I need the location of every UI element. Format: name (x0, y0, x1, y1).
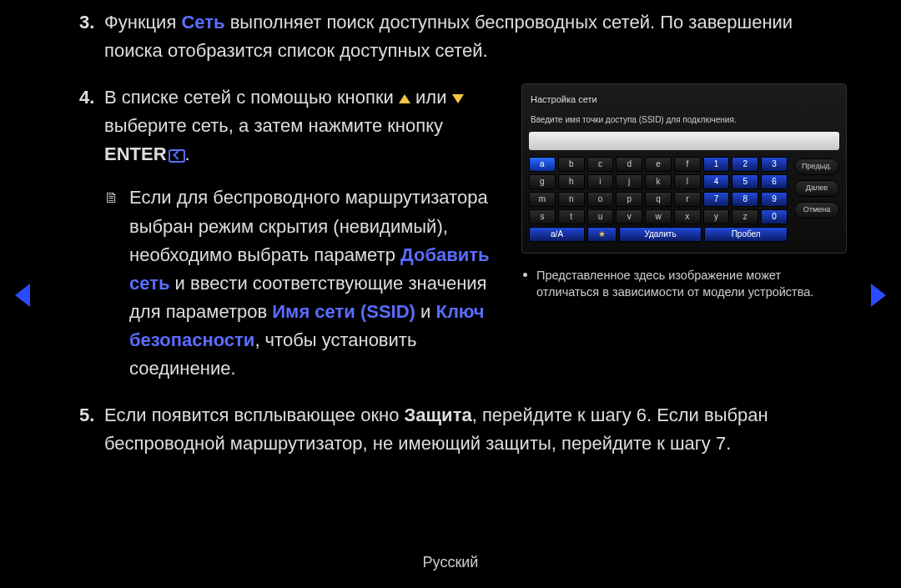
step-4-dot: . (185, 143, 190, 164)
key-6[interactable]: 6 (761, 174, 788, 189)
key-8[interactable]: 8 (732, 192, 758, 207)
caption-text: Представленное здесь изображение может о… (536, 269, 813, 299)
bullet-icon (523, 273, 527, 277)
osk-input-field[interactable] (529, 132, 839, 150)
step-4-text-b: или (410, 87, 452, 108)
key-star[interactable]: ★ (587, 227, 617, 242)
step-5-p1: Если появится всплывающее окно (104, 405, 405, 425)
key-k[interactable]: k (645, 174, 672, 189)
key-j[interactable]: j (616, 174, 642, 189)
footer-language: Русский (0, 554, 901, 571)
step-5: 5. Если появится всплывающее окно Защита… (79, 401, 847, 458)
key-t[interactable]: t (558, 209, 585, 224)
image-caption: Представленное здесь изображение может о… (521, 267, 847, 301)
key-g[interactable]: g (529, 174, 556, 189)
key-y[interactable]: y (703, 209, 730, 224)
key-a[interactable]: a (529, 157, 556, 172)
key-7[interactable]: 7 (703, 192, 730, 207)
step-3-text-a: Функция (104, 12, 181, 33)
key-3[interactable]: 3 (761, 157, 788, 172)
step-3-num: 3. (79, 8, 94, 37)
key-x[interactable]: x (674, 209, 701, 224)
nav-prev-arrow[interactable] (15, 284, 30, 307)
key-q[interactable]: q (645, 192, 672, 207)
key-p[interactable]: p (616, 192, 642, 207)
key-w[interactable]: w (645, 209, 672, 224)
key-r[interactable]: r (674, 192, 701, 207)
key-b[interactable]: b (558, 157, 585, 172)
osk-cancel-button[interactable]: Отмена (794, 202, 839, 219)
note-icon: 🗎 (104, 187, 119, 210)
key-i[interactable]: i (587, 174, 614, 189)
step-5-h1: Защита (405, 405, 472, 425)
osk-panel: Настройка сети Введите имя точки доступа… (521, 83, 847, 254)
step-4-text-c: выберите сеть, а затем нажмите кнопку (104, 115, 443, 136)
key-1[interactable]: 1 (703, 157, 730, 172)
key-o[interactable]: o (587, 192, 614, 207)
osk-title: Настройка сети (531, 93, 839, 107)
key-4[interactable]: 4 (703, 174, 730, 189)
osk-hint: Введите имя точки доступа (SSID) для под… (531, 113, 838, 127)
key-2[interactable]: 2 (732, 157, 758, 172)
key-d[interactable]: d (616, 157, 642, 172)
step-3-highlight: Сеть (181, 12, 224, 33)
key-s[interactable]: s (529, 209, 556, 224)
key-m[interactable]: m (529, 192, 556, 207)
key-l[interactable]: l (674, 174, 701, 189)
osk-keys: a b c d e f 1 2 3 (529, 157, 788, 244)
step-4-text-a: В списке сетей с помощью кнопки (104, 87, 399, 108)
key-case[interactable]: a/A (529, 227, 585, 242)
step-5-num: 5. (79, 401, 94, 430)
enter-label: ENTER (104, 143, 167, 164)
down-arrow-icon (452, 94, 464, 103)
key-delete[interactable]: Удалить (619, 227, 702, 242)
star-icon: ★ (598, 228, 606, 241)
key-5[interactable]: 5 (732, 174, 758, 189)
up-arrow-icon (399, 94, 410, 103)
enter-icon (169, 149, 185, 163)
osk-prev-button[interactable]: Предыд. (794, 158, 839, 175)
note-h2: Имя сети (SSID) (272, 301, 415, 322)
key-v[interactable]: v (616, 209, 642, 224)
osk-next-button[interactable]: Далее (794, 180, 839, 197)
key-9[interactable]: 9 (761, 192, 788, 207)
note-p3: и (415, 301, 436, 322)
key-e[interactable]: e (645, 157, 672, 172)
step-4-note: 🗎 Если для беспроводного маршрутизатора … (104, 183, 506, 383)
step-4: 4. В списке сетей с помощью кнопки или в… (79, 83, 847, 383)
key-u[interactable]: u (587, 209, 614, 224)
key-h[interactable]: h (558, 174, 585, 189)
step-3: 3. Функция Сеть выполняет поиск доступны… (79, 8, 847, 65)
key-space[interactable]: Пробел (704, 227, 788, 242)
key-z[interactable]: z (732, 209, 758, 224)
nav-next-arrow[interactable] (871, 284, 886, 307)
key-f[interactable]: f (674, 157, 701, 172)
key-0[interactable]: 0 (761, 209, 788, 224)
step-4-num: 4. (79, 83, 94, 112)
key-c[interactable]: c (587, 157, 614, 172)
key-n[interactable]: n (558, 192, 585, 207)
